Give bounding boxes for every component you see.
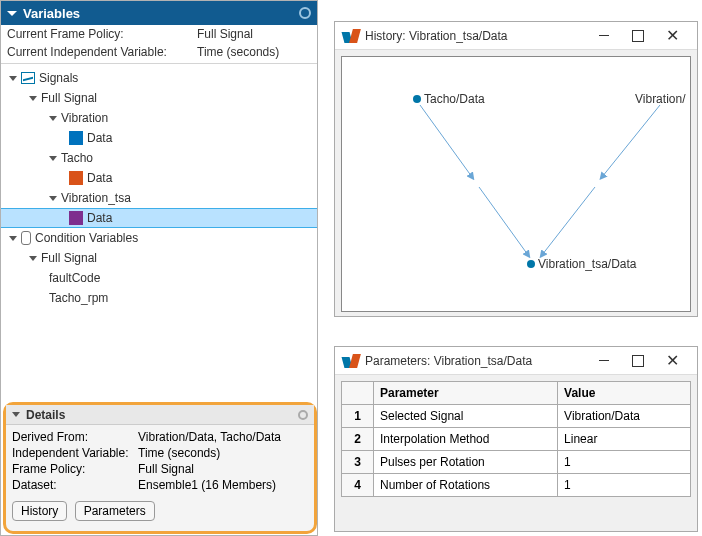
history-graph: Tacho/Data Vibration/Data Vibration_tsa/…	[341, 56, 691, 312]
history-button[interactable]: History	[12, 501, 67, 521]
gear-icon[interactable]	[298, 410, 308, 420]
tree-label: Tacho	[61, 151, 93, 165]
svg-line-3	[542, 187, 595, 255]
row-num: 3	[342, 451, 374, 474]
matlab-icon	[343, 354, 359, 368]
param-value: Linear	[558, 428, 691, 451]
history-node-tacho[interactable]: Tacho/Data	[413, 92, 485, 106]
policy-value: Full Signal	[138, 462, 194, 476]
table-row[interactable]: 4 Number of Rotations 1	[342, 474, 691, 497]
details-header[interactable]: Details	[6, 405, 314, 425]
details-title: Details	[26, 408, 65, 422]
node-label: Vibration/Data	[635, 92, 686, 106]
chevron-down-icon	[49, 116, 57, 121]
param-name: Interpolation Method	[374, 428, 558, 451]
close-icon[interactable]: ✕	[655, 351, 689, 371]
variables-panel: Variables Current Frame Policy: Full Sig…	[0, 0, 318, 536]
node-dot-icon	[413, 95, 421, 103]
row-num: 1	[342, 405, 374, 428]
color-swatch-blue-icon	[69, 131, 83, 145]
dataset-label: Dataset:	[12, 478, 138, 492]
variables-header[interactable]: Variables	[1, 1, 317, 25]
param-value: Vibration/Data	[558, 405, 691, 428]
tree-item-vibration-tsa[interactable]: Vibration_tsa	[1, 188, 317, 208]
details-buttons: History Parameters	[6, 497, 314, 525]
maximize-icon[interactable]	[621, 351, 655, 371]
tree-label: Full Signal	[41, 251, 97, 265]
chevron-down-icon	[49, 196, 57, 201]
tree-item-tacho-rpm[interactable]: Tacho_rpm	[1, 288, 317, 308]
tree-item-vibration-data[interactable]: Data	[1, 128, 317, 148]
chevron-down-icon	[12, 412, 20, 417]
tree-label: Vibration	[61, 111, 108, 125]
history-titlebar[interactable]: History: Vibration_tsa/Data ✕	[335, 22, 697, 50]
frame-policy-value: Full Signal	[197, 27, 253, 41]
table-row[interactable]: 2 Interpolation Method Linear	[342, 428, 691, 451]
tree-label: Tacho_rpm	[49, 291, 108, 305]
node-dot-icon	[527, 260, 535, 268]
tree-label: Data	[87, 211, 112, 225]
col-parameter: Parameter	[374, 382, 558, 405]
chevron-down-icon	[49, 156, 57, 161]
tree-item-full-signal-2[interactable]: Full Signal	[1, 248, 317, 268]
svg-line-0	[420, 105, 472, 177]
maximize-icon[interactable]	[621, 26, 655, 46]
panel-title: Variables	[23, 6, 80, 21]
tree-label: Data	[87, 131, 112, 145]
chevron-down-icon	[9, 76, 17, 81]
chevron-down-icon	[29, 256, 37, 261]
independent-var-label: Current Independent Variable:	[7, 45, 197, 59]
tree-item-tacho-data[interactable]: Data	[1, 168, 317, 188]
dataset-value: Ensemble1 (16 Members)	[138, 478, 276, 492]
details-body: Derived From: Vibration/Data, Tacho/Data…	[6, 425, 314, 497]
variables-tree: Signals Full Signal Vibration Data Tacho…	[1, 64, 317, 308]
tree-item-condition-vars[interactable]: Condition Variables	[1, 228, 317, 248]
node-label: Vibration_tsa/Data	[538, 257, 637, 271]
history-node-vibration[interactable]: Vibration/Data	[632, 92, 686, 106]
parameters-table: Parameter Value 1 Selected Signal Vibrat…	[341, 381, 691, 497]
history-title: History: Vibration_tsa/Data	[365, 29, 587, 43]
collapse-icon	[7, 11, 17, 16]
col-value: Value	[558, 382, 691, 405]
independent-var-row: Current Independent Variable: Time (seco…	[1, 43, 317, 64]
history-node-vibration-tsa[interactable]: Vibration_tsa/Data	[527, 257, 637, 271]
detail-row: Dataset: Ensemble1 (16 Members)	[12, 477, 308, 493]
tree-item-tacho[interactable]: Tacho	[1, 148, 317, 168]
derived-from-label: Derived From:	[12, 430, 138, 444]
chevron-down-icon	[9, 236, 17, 241]
indvar-label: Independent Variable:	[12, 446, 138, 460]
table-corner	[342, 382, 374, 405]
gear-icon[interactable]	[299, 7, 311, 19]
tree-item-full-signal[interactable]: Full Signal	[1, 88, 317, 108]
table-row[interactable]: 1 Selected Signal Vibration/Data	[342, 405, 691, 428]
tree-item-vibration[interactable]: Vibration	[1, 108, 317, 128]
minimize-icon[interactable]	[587, 351, 621, 371]
color-swatch-orange-icon	[69, 171, 83, 185]
parameters-window: Parameters: Vibration_tsa/Data ✕ Paramet…	[334, 346, 698, 532]
tree-label: Condition Variables	[35, 231, 138, 245]
param-value: 1	[558, 474, 691, 497]
detail-row: Frame Policy: Full Signal	[12, 461, 308, 477]
tree-item-signals[interactable]: Signals	[1, 68, 317, 88]
row-num: 4	[342, 474, 374, 497]
parameters-body: Parameter Value 1 Selected Signal Vibrat…	[341, 381, 691, 497]
matlab-icon	[343, 29, 359, 43]
param-name: Number of Rotations	[374, 474, 558, 497]
chevron-down-icon	[29, 96, 37, 101]
parameters-button[interactable]: Parameters	[75, 501, 155, 521]
parameters-titlebar[interactable]: Parameters: Vibration_tsa/Data ✕	[335, 347, 697, 375]
param-value: 1	[558, 451, 691, 474]
detail-row: Derived From: Vibration/Data, Tacho/Data	[12, 429, 308, 445]
signals-icon	[21, 72, 35, 84]
close-icon[interactable]: ✕	[655, 26, 689, 46]
policy-label: Frame Policy:	[12, 462, 138, 476]
param-name: Pulses per Rotation	[374, 451, 558, 474]
table-row[interactable]: 3 Pulses per Rotation 1	[342, 451, 691, 474]
parameters-title: Parameters: Vibration_tsa/Data	[365, 354, 587, 368]
history-window: History: Vibration_tsa/Data ✕ Tacho/Data…	[334, 21, 698, 317]
tree-label: faultCode	[49, 271, 100, 285]
tree-item-faultcode[interactable]: faultCode	[1, 268, 317, 288]
clipboard-icon	[21, 231, 31, 245]
tree-item-vibration-tsa-data[interactable]: Data	[1, 208, 317, 228]
minimize-icon[interactable]	[587, 26, 621, 46]
